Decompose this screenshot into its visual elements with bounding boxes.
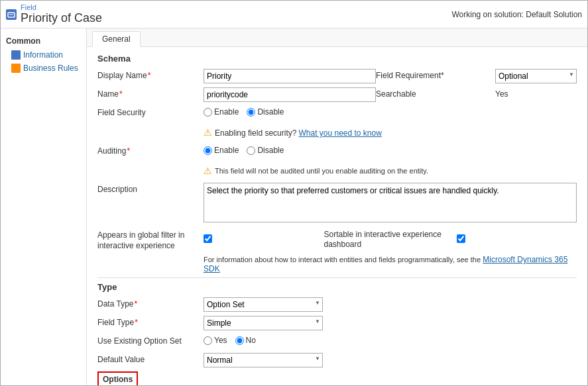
main-window: Field Priority of Case Working on soluti… xyxy=(0,0,588,386)
title-bar: Field Priority of Case Working on soluti… xyxy=(1,1,587,28)
description-textarea[interactable]: Select the priority so that preferred cu… xyxy=(204,183,577,222)
use-existing-yes-radio[interactable]: Yes xyxy=(204,336,227,345)
auditing-control: Enable Disable xyxy=(204,144,577,155)
form-area: Schema Display Name* Field Requirement* xyxy=(87,47,587,385)
sidebar: Common Information Business Rules xyxy=(1,28,87,385)
use-existing-control: Yes No xyxy=(204,334,577,345)
field-type-control: Simple xyxy=(204,316,577,330)
field-type-row: Field Type* Simple xyxy=(97,316,577,330)
auditing-warning-spacer xyxy=(97,163,204,165)
sortable-label: Sortable in interactive experience dashb… xyxy=(324,230,457,250)
tab-general[interactable]: General xyxy=(92,31,141,47)
auditing-row: Auditing* Enable Disable xyxy=(97,144,577,159)
title-sub: Field xyxy=(21,3,102,11)
use-existing-label: Use Existing Option Set xyxy=(97,334,204,346)
options-section-header: Options xyxy=(97,371,138,385)
title-bar-left: Field Priority of Case xyxy=(6,3,102,25)
default-value-label: Default Value xyxy=(97,353,204,364)
content-area: General Schema Display Name* Field Requi… xyxy=(87,28,587,385)
data-type-row: Data Type* Option Set xyxy=(97,297,577,312)
global-filter-row: Appears in global filter in interactive … xyxy=(97,228,577,251)
field-security-label: Field Security xyxy=(97,106,204,117)
divider xyxy=(97,277,577,278)
field-security-control: Enable Disable xyxy=(204,106,577,117)
searchable-label: Searchable xyxy=(376,87,495,99)
display-name-control xyxy=(204,69,376,83)
field-security-enable-radio[interactable]: Enable xyxy=(204,107,239,117)
display-name-label: Display Name* xyxy=(97,69,204,80)
sidebar-section-common: Common xyxy=(1,34,86,48)
warning-icon: ⚠ xyxy=(204,127,212,138)
field-security-info-control: ⚠ Enabling field security? What you need… xyxy=(204,124,577,140)
type-section: Type Data Type* Option Set xyxy=(97,282,577,367)
data-type-label: Data Type* xyxy=(97,297,204,309)
field-type-select[interactable]: Simple xyxy=(204,316,323,330)
sortable-checkbox[interactable] xyxy=(457,234,465,243)
sdk-info-row: For information about how to interact wi… xyxy=(97,255,577,273)
global-filter-checkbox[interactable] xyxy=(204,234,212,243)
options-section: Options xyxy=(97,371,577,385)
title-area: Field Priority of Case xyxy=(21,3,102,25)
global-filter-control xyxy=(204,234,324,245)
display-name-input[interactable] xyxy=(204,69,376,83)
field-icon xyxy=(6,9,17,20)
description-label: Description xyxy=(97,183,204,194)
name-row: Name* Searchable Yes xyxy=(97,87,577,102)
use-existing-row: Use Existing Option Set Yes No xyxy=(97,334,577,349)
auditing-disable-radio[interactable]: Disable xyxy=(247,146,284,155)
description-control: Select the priority so that preferred cu… xyxy=(204,183,577,224)
solution-title: Working on solution: Default Solution xyxy=(451,10,582,19)
type-section-title: Type xyxy=(97,282,577,292)
auditing-warning-icon: ⚠ xyxy=(204,166,212,176)
name-label: Name* xyxy=(97,87,204,99)
field-requirement-select[interactable]: Optional Business Recommended Business R… xyxy=(495,69,577,83)
default-value-select[interactable]: High Normal Low Critical xyxy=(204,353,323,367)
sidebar-item-business-rules[interactable]: Business Rules xyxy=(1,62,86,75)
default-value-row: Default Value High Normal Low Critical xyxy=(97,353,577,367)
name-input[interactable] xyxy=(204,87,376,102)
name-control xyxy=(204,87,376,102)
sortable-control xyxy=(457,234,577,245)
default-value-control: High Normal Low Critical xyxy=(204,353,577,367)
field-requirement-control: Optional Business Recommended Business R… xyxy=(495,69,577,83)
schema-section-title: Schema xyxy=(97,54,577,64)
sdk-info-control: For information about how to interact wi… xyxy=(204,255,577,273)
sdk-spacer xyxy=(97,255,204,257)
main-content: Common Information Business Rules Genera… xyxy=(1,28,587,385)
sidebar-item-label: Information xyxy=(23,50,63,60)
field-security-info-spacer xyxy=(97,124,204,126)
field-security-info-text: Enabling field security? What you need t… xyxy=(215,127,382,138)
field-requirement-label: Field Requirement* xyxy=(376,69,495,80)
data-type-control: Option Set xyxy=(204,297,577,312)
sidebar-item-information[interactable]: Information xyxy=(1,48,86,62)
tab-bar: General xyxy=(87,28,587,47)
field-security-disable-radio[interactable]: Disable xyxy=(247,107,284,117)
auditing-warning-row: ⚠ This field will not be audited until y… xyxy=(97,163,577,179)
searchable-value: Yes xyxy=(495,87,577,99)
auditing-label: Auditing* xyxy=(97,144,204,156)
sidebar-item-label: Business Rules xyxy=(23,64,78,73)
business-rules-icon xyxy=(11,64,21,73)
auditing-warning-text: This field will not be audited until you… xyxy=(215,166,428,175)
auditing-enable-radio[interactable]: Enable xyxy=(204,146,239,155)
description-row: Description Select the priority so that … xyxy=(97,183,577,224)
use-existing-no-radio[interactable]: No xyxy=(235,336,256,345)
field-security-row: Field Security Enable Disable xyxy=(97,106,577,121)
display-name-row: Display Name* Field Requirement* Optiona… xyxy=(97,69,577,83)
data-type-select[interactable]: Option Set xyxy=(204,297,323,312)
field-security-link[interactable]: What you need to know xyxy=(298,128,381,138)
field-security-info-row: ⚠ Enabling field security? What you need… xyxy=(97,124,577,140)
information-icon xyxy=(11,50,21,60)
page-title: Priority of Case xyxy=(21,11,102,25)
auditing-warning-control: ⚠ This field will not be audited until y… xyxy=(204,163,577,179)
sdk-info-text: For information about how to interact wi… xyxy=(204,254,481,264)
global-filter-label: Appears in global filter in interactive … xyxy=(97,228,204,251)
field-type-label: Field Type* xyxy=(97,316,204,327)
